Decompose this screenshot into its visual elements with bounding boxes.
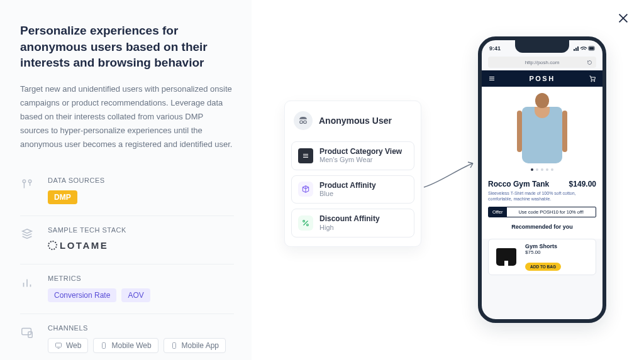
channels-icon <box>20 324 35 339</box>
tech-stack-label: SAMPLE TECH STACK <box>48 226 234 234</box>
recommended-card: Gym Shorts $75.00 ADD TO BAG <box>488 239 596 275</box>
offer-label: Offer <box>489 207 507 217</box>
close-button[interactable] <box>616 11 630 25</box>
chip-mobile-web: Mobile Web <box>93 338 158 353</box>
svg-rect-11 <box>574 49 575 51</box>
gear-icon <box>48 241 57 250</box>
signal-product-category: Product Category View Men's Gym Wear <box>291 141 414 170</box>
rec-price: $75.00 <box>525 249 592 255</box>
section-channels: CHANNELS Web Mobile Web <box>20 314 234 360</box>
svg-point-8 <box>304 121 307 124</box>
svg-point-17 <box>594 80 595 82</box>
page-title: Personalize experiences for anonymous us… <box>20 23 234 71</box>
user-card-name: Anonymous User <box>319 116 392 126</box>
chip-mobile-app: Mobile App <box>164 338 226 353</box>
svg-point-10 <box>307 224 309 226</box>
page-description: Target new and unidentified users with p… <box>20 82 234 151</box>
product-name: Rocco Gym Tank <box>488 180 549 188</box>
svg-point-9 <box>303 221 305 222</box>
phone-mockup: 9:41 http://posh.com <box>478 36 606 323</box>
svg-point-16 <box>591 80 592 82</box>
chip-conversion-rate: Conversion Rate <box>48 288 116 302</box>
monitor-icon <box>55 342 62 349</box>
percent-icon <box>298 215 313 231</box>
signal-sub: Men's Gym Wear <box>319 156 402 164</box>
section-data-sources: DATA SOURCES DMP <box>20 166 234 215</box>
store-header: POSH <box>482 70 602 87</box>
chip-mobile-web-label: Mobile Web <box>111 342 151 349</box>
logo-lotame-text: LOTAME <box>60 240 108 251</box>
phone-url: http://posh.com <box>525 60 560 65</box>
reload-icon <box>587 60 592 65</box>
chip-web-label: Web <box>66 342 81 349</box>
tech-stack-icon <box>20 226 35 241</box>
phone-notch <box>515 40 569 53</box>
logo-lotame: LOTAME <box>48 240 108 251</box>
signal-discount-affinity: Discount Affinity High <box>291 209 414 237</box>
product-image <box>482 87 602 175</box>
svg-point-1 <box>28 180 31 183</box>
carousel-dots <box>531 168 553 171</box>
arrow-icon <box>423 157 479 188</box>
chip-aov: AOV <box>121 288 150 302</box>
metrics-label: METRICS <box>48 275 234 282</box>
product-illustration <box>518 90 566 166</box>
store-brand: POSH <box>529 75 555 82</box>
chip-dmp: DMP <box>48 190 77 204</box>
data-sources-label: DATA SOURCES <box>48 177 234 184</box>
svg-point-0 <box>23 180 25 183</box>
chip-mobile-app-label: Mobile App <box>182 342 219 349</box>
svg-rect-4 <box>56 343 62 347</box>
rec-thumb <box>492 243 520 271</box>
product-description: Sleeveless T-Shirt made of 100% soft cot… <box>488 190 596 202</box>
product-info: Rocco Gym Tank $149.00 Sleeveless T-Shir… <box>482 175 602 239</box>
svg-rect-15 <box>589 47 594 50</box>
offer-text: Use code POSH10 for 10% off! <box>507 207 596 217</box>
mobile-icon <box>100 342 108 349</box>
offer-banner: Offer Use code POSH10 for 10% off! <box>488 207 596 217</box>
signal-sub: Blue <box>319 190 376 198</box>
phone-urlbar: http://posh.com <box>488 57 596 68</box>
channels-label: CHANNELS <box>48 324 234 332</box>
incognito-icon <box>294 111 313 130</box>
add-to-bag-button: ADD TO BAG <box>525 263 561 271</box>
svg-rect-5 <box>103 343 106 349</box>
rec-name: Gym Shorts <box>525 243 592 249</box>
product-price: $149.00 <box>569 180 596 188</box>
cart-icon <box>589 75 596 82</box>
signal-title: Product Affinity <box>319 181 376 190</box>
signal-product-affinity: Product Affinity Blue <box>291 175 414 204</box>
recommended-title: Recommended for you <box>488 224 596 230</box>
signal-sub: High <box>319 224 380 232</box>
cube-icon <box>298 182 313 197</box>
chip-web: Web <box>48 338 88 353</box>
section-tech-stack: SAMPLE TECH STACK LOTAME <box>20 215 234 264</box>
mobile-icon <box>170 342 178 349</box>
section-metrics: METRICS Conversion Rate AOV <box>20 264 234 314</box>
signal-title: Discount Affinity <box>319 214 380 223</box>
signal-title: Product Category View <box>319 147 402 156</box>
svg-rect-12 <box>575 48 577 51</box>
anonymous-user-card: Anonymous User Product Category View Men… <box>284 101 421 247</box>
svg-rect-6 <box>172 343 175 349</box>
svg-rect-13 <box>577 46 579 51</box>
data-sources-icon <box>20 177 35 192</box>
status-icons <box>574 46 595 51</box>
metrics-icon <box>20 275 35 290</box>
svg-point-7 <box>300 121 303 124</box>
list-icon <box>298 148 313 163</box>
menu-icon <box>488 75 496 82</box>
phone-time: 9:41 <box>489 45 501 52</box>
